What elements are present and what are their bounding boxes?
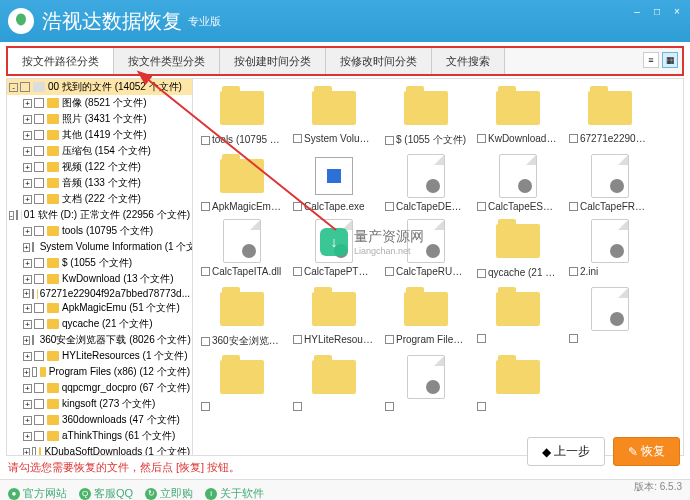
- expander-icon[interactable]: +: [23, 227, 32, 236]
- checkbox[interactable]: [477, 402, 486, 411]
- tree-row[interactable]: +KDubaSoftDownloads (1 个文件): [7, 444, 192, 455]
- close-button[interactable]: ×: [668, 4, 686, 18]
- checkbox[interactable]: [201, 337, 210, 346]
- checkbox[interactable]: [34, 303, 44, 313]
- checkbox[interactable]: [569, 334, 578, 343]
- view-list-button[interactable]: ≡: [643, 52, 659, 68]
- expander-icon[interactable]: +: [23, 368, 30, 377]
- expander-icon[interactable]: +: [23, 99, 32, 108]
- grid-item[interactable]: tools (10795 个...: [201, 87, 283, 147]
- tree-row[interactable]: +ApkMagicEmu (51 个文件): [7, 300, 192, 316]
- checkbox[interactable]: [34, 162, 44, 172]
- tree-row[interactable]: +kingsoft (273 个文件): [7, 396, 192, 412]
- expander-icon[interactable]: +: [23, 131, 32, 140]
- checkbox[interactable]: [32, 367, 38, 377]
- checkbox[interactable]: [34, 114, 44, 124]
- tree-row[interactable]: +Program Files (x86) (12 个文件): [7, 364, 192, 380]
- tree-row[interactable]: +图像 (8521 个文件): [7, 95, 192, 111]
- expander-icon[interactable]: +: [23, 448, 30, 456]
- expander-icon[interactable]: +: [23, 115, 32, 124]
- grid-item[interactable]: [477, 288, 559, 348]
- checkbox[interactable]: [34, 258, 44, 268]
- grid-item[interactable]: CalcTapeRUS.dll: [385, 220, 467, 280]
- checkbox[interactable]: [34, 383, 44, 393]
- checkbox[interactable]: [16, 210, 18, 220]
- checkbox[interactable]: [32, 242, 34, 252]
- grid-item[interactable]: [385, 356, 467, 411]
- file-tree[interactable]: -00 找到的文件 (14052 个文件)+图像 (8521 个文件)+照片 (…: [7, 79, 193, 455]
- tree-row[interactable]: +aThinkThings (61 个文件): [7, 428, 192, 444]
- recover-button[interactable]: ✎ 恢复: [613, 437, 680, 466]
- tab-2[interactable]: 按创建时间分类: [220, 48, 326, 74]
- checkbox[interactable]: [34, 178, 44, 188]
- checkbox[interactable]: [20, 82, 30, 92]
- checkbox[interactable]: [34, 98, 44, 108]
- checkbox[interactable]: [293, 134, 302, 143]
- expander-icon[interactable]: +: [23, 289, 30, 298]
- expander-icon[interactable]: +: [23, 147, 32, 156]
- footer-link[interactable]: Q客服QQ: [79, 486, 133, 500]
- grid-item[interactable]: CalcTapeDEU.dll: [385, 155, 467, 212]
- checkbox[interactable]: [293, 267, 302, 276]
- checkbox[interactable]: [34, 399, 44, 409]
- checkbox[interactable]: [201, 136, 210, 145]
- expander-icon[interactable]: +: [23, 163, 32, 172]
- tree-row[interactable]: +其他 (1419 个文件): [7, 127, 192, 143]
- expander-icon[interactable]: +: [23, 416, 32, 425]
- tree-row[interactable]: +360downloads (47 个文件): [7, 412, 192, 428]
- checkbox[interactable]: [385, 136, 394, 145]
- expander-icon[interactable]: +: [23, 384, 32, 393]
- expander-icon[interactable]: +: [23, 179, 32, 188]
- tree-row[interactable]: +HYLiteResources (1 个文件): [7, 348, 192, 364]
- expander-icon[interactable]: +: [23, 400, 32, 409]
- grid-item[interactable]: HYLiteResources ...: [293, 288, 375, 348]
- grid-item[interactable]: [569, 288, 651, 348]
- checkbox[interactable]: [32, 289, 34, 299]
- expander-icon[interactable]: +: [23, 259, 32, 268]
- expander-icon[interactable]: -: [9, 211, 14, 220]
- expander-icon[interactable]: -: [9, 83, 18, 92]
- tree-row[interactable]: +文档 (222 个文件): [7, 191, 192, 207]
- checkbox[interactable]: [477, 134, 486, 143]
- checkbox[interactable]: [477, 334, 486, 343]
- file-grid[interactable]: tools (10795 个...System Volume In...$ (1…: [193, 79, 683, 455]
- grid-item[interactable]: 2.ini: [569, 220, 651, 280]
- checkbox[interactable]: [201, 267, 210, 276]
- checkbox[interactable]: [385, 202, 394, 211]
- checkbox[interactable]: [477, 269, 486, 278]
- tab-1[interactable]: 按文件类型分类: [114, 48, 220, 74]
- tab-3[interactable]: 按修改时间分类: [326, 48, 432, 74]
- expander-icon[interactable]: +: [23, 320, 32, 329]
- expander-icon[interactable]: +: [23, 336, 30, 345]
- checkbox[interactable]: [32, 447, 36, 455]
- grid-item[interactable]: [293, 356, 375, 411]
- checkbox[interactable]: [477, 202, 486, 211]
- tab-4[interactable]: 文件搜索: [432, 48, 505, 74]
- checkbox[interactable]: [34, 415, 44, 425]
- view-grid-button[interactable]: ▦: [662, 52, 678, 68]
- grid-item[interactable]: [477, 356, 559, 411]
- grid-item[interactable]: CalcTapeESN.dll: [477, 155, 559, 212]
- checkbox[interactable]: [293, 335, 302, 344]
- footer-link[interactable]: ↻立即购: [145, 486, 193, 500]
- checkbox[interactable]: [34, 431, 44, 441]
- grid-item[interactable]: CalcTapeFRA.dll: [569, 155, 651, 212]
- tree-row[interactable]: +KwDownload (13 个文件): [7, 271, 192, 287]
- checkbox[interactable]: [569, 134, 578, 143]
- tree-row[interactable]: +System Volume Information (1 个文件): [7, 239, 192, 255]
- tree-row[interactable]: +qqpcmgr_docpro (67 个文件): [7, 380, 192, 396]
- expander-icon[interactable]: +: [23, 304, 32, 313]
- grid-item[interactable]: 67271e22904f92...: [569, 87, 651, 147]
- footer-link[interactable]: i关于软件: [205, 486, 264, 500]
- tree-row[interactable]: -00 找到的文件 (14052 个文件): [7, 79, 192, 95]
- expander-icon[interactable]: +: [23, 195, 32, 204]
- expander-icon[interactable]: +: [23, 275, 32, 284]
- checkbox[interactable]: [34, 194, 44, 204]
- expander-icon[interactable]: +: [23, 243, 30, 252]
- tree-row[interactable]: +360安全浏览器下载 (8026 个文件): [7, 332, 192, 348]
- checkbox[interactable]: [34, 146, 44, 156]
- checkbox[interactable]: [34, 226, 44, 236]
- grid-item[interactable]: [201, 356, 283, 411]
- grid-item[interactable]: 360安全浏览器...: [201, 288, 283, 348]
- checkbox[interactable]: [34, 319, 44, 329]
